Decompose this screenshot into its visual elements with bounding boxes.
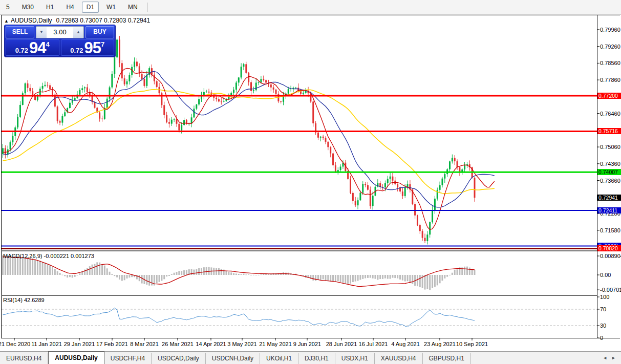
tab-scroll-arrows: ◄► bbox=[598, 355, 616, 360]
volume-spinner: ▼ 3.00 ▲ bbox=[36, 26, 84, 38]
chart-ohlc-title: ▲AUDUSD,Daily0.72863 0.73007 0.72803 0.7… bbox=[4, 17, 150, 24]
price-axis-label: 0.74360 bbox=[600, 161, 620, 167]
rsi-axis-label: 0 bbox=[600, 335, 603, 341]
ma-medium-line bbox=[3, 72, 495, 207]
date-axis-label: 3 May 2021 bbox=[227, 341, 256, 347]
buy-price-pip: 7 bbox=[101, 40, 104, 48]
macd-axis-label: 0.008904 bbox=[600, 253, 621, 259]
date-axis-label: 8 Mar 2021 bbox=[130, 341, 159, 347]
macd-indicator-label: MACD(12,26,9) -0.000221 0.001273 bbox=[3, 253, 94, 259]
chart-tab-USDCHF-H4[interactable]: USDCHF,H4 bbox=[104, 353, 152, 364]
price-level-badge: 0.75716 bbox=[597, 128, 621, 134]
candlestick-series bbox=[2, 36, 476, 244]
date-axis-label: 21 May 2021 bbox=[259, 341, 292, 347]
tab-scroll-left-button[interactable]: ◄ bbox=[603, 355, 607, 360]
date-axis-label: 9 Jun 2021 bbox=[293, 341, 321, 347]
timeframe-button-H1[interactable]: H1 bbox=[41, 2, 58, 13]
rsi-axis-label: 100 bbox=[600, 294, 609, 300]
moving-averages bbox=[3, 68, 495, 229]
price-axis-label: 0.77860 bbox=[600, 77, 620, 83]
chart-tab-XAUUSD-H4[interactable]: XAUUSD,H4 bbox=[375, 353, 423, 364]
volume-input[interactable]: 3.00 bbox=[47, 27, 73, 38]
chart-tab-EURUSD-H4[interactable]: EURUSD,H4 bbox=[0, 353, 48, 364]
timeframe-toolbar: 5M30H1H4D1W1MN bbox=[0, 0, 621, 15]
ma-fast-line bbox=[3, 68, 495, 229]
one-click-trading-panel: SELL ▼ 3.00 ▲ BUY 0.72 94 4 0.72 95 7 bbox=[4, 25, 116, 57]
chart-tab-USDCNH-Daily[interactable]: USDCNH,Daily bbox=[206, 353, 260, 364]
sell-price-pip: 4 bbox=[46, 40, 50, 48]
chart-tab-DJ30-H1[interactable]: DJ30,H1 bbox=[298, 353, 335, 364]
macd-axis-label: -0.007013 bbox=[600, 287, 621, 293]
date-axis-label: 28 Jun 2021 bbox=[326, 341, 357, 347]
date-axis-label: 23 Aug 2021 bbox=[424, 341, 456, 347]
price-axis-label: 0.78560 bbox=[600, 60, 620, 66]
chart-tab-USDCAD-Daily[interactable]: USDCAD,Daily bbox=[152, 353, 206, 364]
date-axis-label: 10 Sep 2021 bbox=[456, 341, 488, 347]
date-axis-label: 16 Jul 2021 bbox=[359, 341, 388, 347]
timeframe-button-D1[interactable]: D1 bbox=[82, 2, 99, 13]
chart-tab-AUDUSD-Daily[interactable]: AUDUSD,Daily bbox=[48, 351, 104, 364]
toolbar-separator bbox=[147, 3, 148, 12]
rsi-indicator-label: RSI(14) 42.6289 bbox=[3, 297, 45, 303]
chart-tab-UKOil-H1[interactable]: UKOil,H1 bbox=[260, 353, 298, 364]
price-level-badge: 0.72411 bbox=[597, 207, 621, 213]
timeframe-button-W1[interactable]: W1 bbox=[102, 2, 120, 13]
date-axis-label: 11 Jan 2021 bbox=[31, 341, 62, 347]
price-level-badge: 0.74007 bbox=[597, 169, 621, 175]
rsi-line bbox=[3, 308, 475, 327]
chart-tab-bar: EURUSD,H4AUDUSD,DailyUSDCHF,H4USDCAD,Dai… bbox=[0, 351, 621, 364]
collapse-triangle-icon[interactable]: ▲ bbox=[4, 18, 9, 24]
timeframe-button-H4[interactable]: H4 bbox=[61, 2, 78, 13]
rsi-axis-label: 30 bbox=[600, 323, 606, 329]
rsi-axis-label: 70 bbox=[600, 306, 606, 312]
chart-ohlc-values: 0.72863 0.73007 0.72803 0.72941 bbox=[56, 17, 151, 24]
date-axis-label: 29 Jan 2021 bbox=[64, 341, 95, 347]
sell-button[interactable]: SELL bbox=[6, 26, 34, 38]
macd-signal-line bbox=[3, 257, 475, 287]
buy-button[interactable]: BUY bbox=[85, 26, 114, 38]
sell-price-display[interactable]: 0.72 94 4 bbox=[6, 39, 59, 56]
chart-tab-USDX-H1[interactable]: USDX,H1 bbox=[335, 353, 375, 364]
price-level-badge: 0.77200 bbox=[597, 93, 621, 99]
timeframe-button-M30[interactable]: M30 bbox=[17, 2, 38, 13]
chart-tab-GBPUSD-H1[interactable]: GBPUSD,H1 bbox=[423, 353, 471, 364]
volume-increase-button[interactable]: ▲ bbox=[73, 27, 83, 38]
chart-symbol-label: AUDUSD,Daily bbox=[11, 17, 52, 24]
price-axis-label: 0.75060 bbox=[600, 144, 620, 150]
date-axis-label: 21 Dec 2020 bbox=[0, 341, 30, 347]
macd-axis-label: 0.00 bbox=[600, 272, 611, 278]
buy-price-display[interactable]: 0.72 95 7 bbox=[61, 39, 115, 56]
date-axis-label: 4 Aug 2021 bbox=[391, 341, 420, 347]
date-axis-label: 26 Mar 2021 bbox=[162, 341, 194, 347]
buy-price-prefix: 0.72 bbox=[70, 47, 83, 54]
price-axis-label: 0.79960 bbox=[600, 27, 620, 33]
volume-decrease-button[interactable]: ▼ bbox=[36, 27, 47, 38]
timeframe-button-5[interactable]: 5 bbox=[2, 2, 14, 13]
timeframe-button-MN[interactable]: MN bbox=[123, 2, 142, 13]
sell-price-prefix: 0.72 bbox=[15, 47, 28, 54]
date-axis-label: 14 Apr 2021 bbox=[196, 341, 226, 347]
macd-histogram bbox=[2, 255, 476, 290]
price-level-badge: 0.72941 bbox=[597, 195, 621, 201]
price-axis-label: 0.73660 bbox=[600, 178, 620, 184]
price-level-badge: 0.70820 bbox=[597, 245, 621, 251]
buy-price-big: 95 bbox=[84, 40, 101, 55]
tab-scroll-right-button[interactable]: ► bbox=[611, 355, 616, 360]
price-axis-label: 0.71580 bbox=[600, 227, 620, 233]
sell-price-big: 94 bbox=[29, 40, 46, 55]
date-axis-label: 17 Feb 2021 bbox=[96, 341, 128, 347]
price-axis-label: 0.76460 bbox=[600, 111, 620, 117]
price-axis-label: 0.79260 bbox=[600, 44, 620, 50]
